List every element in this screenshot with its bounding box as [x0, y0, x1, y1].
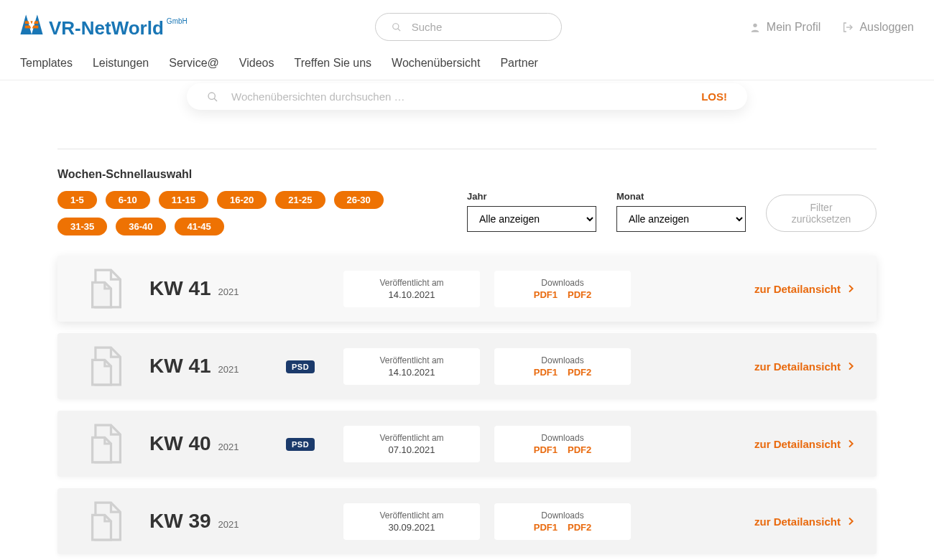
detail-label: zur Detailansicht [754, 283, 841, 295]
published-date: 30.09.2021 [356, 522, 467, 533]
year-select[interactable]: Alle anzeigen [467, 206, 596, 232]
page-search[interactable]: LOS! [187, 83, 747, 110]
kw-year: 2021 [218, 364, 239, 375]
pdf2-link[interactable]: PDF2 [568, 522, 591, 533]
logout-link[interactable]: Ausloggen [842, 21, 914, 34]
year-label: Jahr [467, 191, 596, 202]
detail-label: zur Detailansicht [754, 360, 841, 373]
page-search-go-button[interactable]: LOS! [701, 90, 727, 103]
pdf1-link[interactable]: PDF1 [534, 367, 558, 378]
published-date: 14.10.2021 [356, 289, 467, 300]
downloads-label: Downloads [507, 278, 618, 288]
pdf1-link[interactable]: PDF1 [534, 444, 558, 455]
file-icon [78, 501, 135, 541]
file-icon [78, 424, 135, 464]
published-label: Veröffentlicht am [356, 433, 467, 443]
published-card: Veröffentlicht am14.10.2021 [343, 348, 480, 385]
svg-point-2 [393, 23, 399, 29]
week-range-pill[interactable]: 16-20 [217, 191, 267, 209]
published-date: 14.10.2021 [356, 367, 467, 378]
global-search-input[interactable] [412, 21, 545, 33]
week-range-pill[interactable]: 41-45 [175, 218, 224, 235]
week-range-pill[interactable]: 6-10 [106, 191, 150, 209]
svg-point-4 [753, 23, 757, 27]
downloads-card: DownloadsPDF1PDF2 [494, 348, 631, 385]
profile-label: Mein Profil [767, 21, 821, 34]
kw-title: KW 40 [149, 432, 211, 455]
downloads-label: Downloads [507, 355, 618, 365]
published-label: Veröffentlicht am [356, 355, 467, 365]
pdf1-link[interactable]: PDF1 [534, 522, 558, 533]
pdf2-link[interactable]: PDF2 [568, 367, 591, 378]
main-nav: TemplatesLeistungenService@VideosTreffen… [0, 48, 934, 80]
kw-title: KW 39 [149, 510, 211, 533]
brand-logo-mark [20, 14, 43, 34]
pdf2-link[interactable]: PDF2 [568, 444, 591, 455]
week-range-pill[interactable]: 31-35 [57, 218, 107, 235]
downloads-label: Downloads [507, 510, 618, 521]
nav-item[interactable]: Partner [500, 57, 537, 70]
page-search-input[interactable] [231, 90, 688, 103]
chevron-right-icon [845, 515, 856, 527]
week-range-pill[interactable]: 1-5 [57, 191, 97, 209]
nav-item[interactable]: Templates [20, 57, 73, 70]
quick-select-pills: 1-56-1011-1516-2021-2526-3031-3536-4041-… [57, 191, 431, 235]
detail-link[interactable]: zur Detailansicht [754, 360, 856, 373]
psd-badge: PSD [286, 360, 315, 373]
detail-link[interactable]: zur Detailansicht [754, 515, 856, 528]
logout-label: Ausloggen [859, 21, 914, 34]
global-search[interactable] [375, 13, 562, 41]
kw-year: 2021 [218, 442, 239, 452]
detail-label: zur Detailansicht [754, 515, 841, 528]
brand-name: VR-NetWorld [49, 17, 164, 39]
kw-year: 2021 [218, 519, 239, 530]
chevron-right-icon [845, 283, 856, 294]
nav-item[interactable]: Leistungen [93, 57, 149, 70]
chevron-right-icon [845, 360, 856, 372]
downloads-card: DownloadsPDF1PDF2 [494, 426, 631, 462]
detail-link[interactable]: zur Detailansicht [754, 438, 856, 450]
quick-select-title: Wochen-Schnellauswahl [57, 168, 877, 181]
pdf1-link[interactable]: PDF1 [534, 289, 558, 300]
brand-suffix: GmbH [167, 17, 188, 25]
week-range-pill[interactable]: 11-15 [159, 191, 208, 209]
pdf2-link[interactable]: PDF2 [568, 289, 591, 300]
month-label: Monat [616, 191, 746, 202]
reset-filter-button[interactable]: Filter zurücksetzen [766, 195, 877, 232]
result-row: KW 412021PSDVeröffentlicht am14.10.2021D… [57, 333, 877, 399]
profile-link[interactable]: Mein Profil [749, 21, 821, 34]
svg-rect-0 [25, 21, 39, 24]
nav-item[interactable]: Videos [239, 57, 274, 70]
kw-title: KW 41 [149, 277, 211, 300]
chevron-right-icon [845, 438, 856, 449]
svg-point-6 [208, 93, 215, 99]
detail-link[interactable]: zur Detailansicht [754, 283, 856, 295]
nav-item[interactable]: Wochenübersicht [392, 57, 480, 70]
file-icon [78, 269, 135, 309]
published-card: Veröffentlicht am07.10.2021 [343, 426, 480, 462]
user-icon [749, 22, 761, 33]
nav-item[interactable]: Service@ [169, 57, 219, 70]
published-date: 07.10.2021 [356, 444, 467, 455]
published-card: Veröffentlicht am30.09.2021 [343, 503, 480, 540]
downloads-card: DownloadsPDF1PDF2 [494, 271, 631, 307]
divider [57, 149, 877, 149]
svg-line-7 [214, 98, 217, 101]
logout-icon [842, 22, 854, 33]
psd-badge: PSD [286, 438, 315, 451]
search-icon [207, 91, 218, 103]
result-row: KW 412021Veröffentlicht am14.10.2021Down… [57, 256, 877, 322]
kw-title: KW 41 [149, 355, 211, 378]
brand-logo[interactable]: VR-NetWorld GmbH [20, 14, 188, 39]
result-row: KW 402021PSDVeröffentlicht am07.10.2021D… [57, 411, 877, 477]
published-label: Veröffentlicht am [356, 278, 467, 288]
week-range-pill[interactable]: 36-40 [116, 218, 165, 235]
kw-year: 2021 [218, 286, 239, 297]
month-select[interactable]: Alle anzeigen [616, 206, 746, 232]
week-range-pill[interactable]: 26-30 [334, 191, 384, 209]
week-range-pill[interactable]: 21-25 [275, 191, 325, 209]
nav-item[interactable]: Treffen Sie uns [294, 57, 371, 70]
published-label: Veröffentlicht am [356, 510, 467, 521]
search-icon [392, 22, 402, 33]
published-card: Veröffentlicht am14.10.2021 [343, 271, 480, 307]
